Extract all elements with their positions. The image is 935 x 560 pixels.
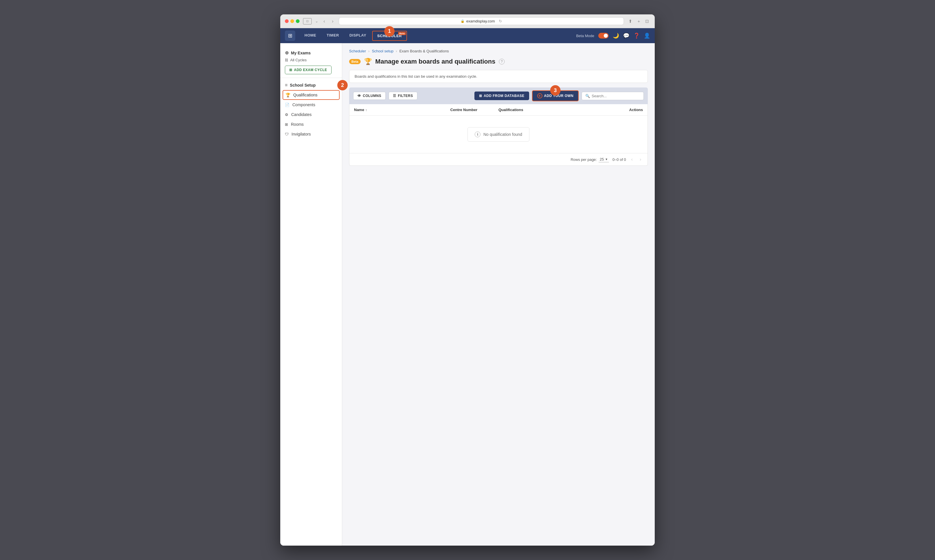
page-header: Beta 🏆 Manage exam boards and qualificat… [349, 58, 648, 65]
rooms-icon: ⊞ [285, 122, 288, 127]
filters-icon: ☰ [393, 94, 397, 98]
table-header: Name ↑ Centre Number Qualifications Acti… [349, 104, 648, 116]
sort-icon[interactable]: ↑ [365, 108, 367, 112]
add-your-own-wrapper: + ADD YOUR OWN 3 [532, 90, 579, 101]
sidebar-item-candidates[interactable]: ⚙ Candidates [280, 110, 342, 119]
data-table: Name ↑ Centre Number Qualifications Acti… [349, 104, 648, 166]
url-text: examdisplay.com [466, 19, 495, 23]
page-title: Manage exam boards and qualifications [375, 58, 495, 65]
traffic-lights [285, 19, 299, 23]
rows-dropdown-icon: ▼ [605, 158, 608, 161]
table-footer: Rows per page: 25 ▼ 0–0 of 0 ‹ › [349, 153, 648, 165]
sidebar-item-components[interactable]: 📄 Components [280, 100, 342, 110]
columns-button[interactable]: 👁 COLUMNS [353, 92, 386, 100]
share-icon[interactable]: ⬆ [627, 18, 633, 25]
breadcrumb-scheduler[interactable]: Scheduler [349, 49, 366, 53]
info-box: Boards and qualifications in this list c… [349, 70, 648, 83]
back-button[interactable]: ‹ [322, 18, 327, 25]
col-centre-number: Centre Number [450, 108, 498, 112]
sidebar-my-exams[interactable]: ⊕ My Exams [280, 48, 342, 58]
components-icon: 📄 [285, 103, 290, 107]
breadcrumb: Scheduler › School setup › Exam Boards &… [349, 49, 648, 53]
col-actions: Actions [595, 108, 643, 112]
prev-page-button[interactable]: ‹ [630, 156, 634, 163]
columns-eye-icon: 👁 [358, 94, 361, 98]
sidebar: ⊕ My Exams ⛓ All Cycles ⊞ ADD EXAM CYCLE… [280, 43, 342, 546]
search-input[interactable] [592, 94, 640, 98]
chain-icon: ⛓ [285, 58, 289, 62]
reload-icon[interactable]: ↻ [499, 19, 502, 23]
my-exams-label: My Exams [291, 51, 310, 55]
invigilators-icon: 🛡 [285, 132, 289, 136]
empty-state-inner: ℹ No qualification found [468, 127, 529, 142]
beta-mode-toggle[interactable] [598, 33, 609, 38]
add-from-database-button[interactable]: ⊞ ADD FROM DATABASE [474, 92, 529, 100]
trophy-icon: 🏆 [364, 58, 372, 65]
col-name: Name ↑ [354, 108, 450, 112]
search-box: 🔍 [582, 92, 644, 100]
browser-actions: ⬆ + ⊡ [627, 18, 650, 25]
my-exams-icon: ⊕ [285, 50, 289, 55]
filters-button[interactable]: ☰ FILTERS [389, 92, 417, 100]
minimize-button[interactable] [290, 19, 294, 23]
database-icon: ⊞ [479, 94, 482, 98]
plus-icon: ⊞ [289, 68, 292, 72]
add-your-own-button[interactable]: + ADD YOUR OWN [532, 90, 579, 101]
qualifications-icon: 🏆 [285, 93, 290, 97]
plus-circle-icon: + [537, 93, 542, 98]
rows-per-page-label: Rows per page: [571, 157, 597, 162]
rows-per-page: Rows per page: 25 ▼ [571, 157, 609, 162]
empty-state: ℹ No qualification found [349, 116, 648, 153]
sidebar-icon[interactable]: ⊡ [644, 18, 650, 25]
sidebar-divider [280, 78, 342, 78]
maximize-button[interactable] [296, 19, 299, 23]
add-exam-cycle-button[interactable]: ⊞ ADD EXAM CYCLE [285, 66, 332, 74]
nav-items: HOME TIMER DISPLAY SCHEDULER Beta 1 [300, 31, 576, 41]
sidebar-item-invigilators[interactable]: 🛡 Invigilators [280, 129, 342, 139]
empty-info-icon: ℹ [475, 132, 480, 137]
rows-per-page-value: 25 [600, 157, 604, 162]
content-area: Scheduler › School setup › Exam Boards &… [342, 43, 655, 546]
beta-pill: Beta [349, 59, 361, 64]
app-nav: ⊞ HOME TIMER DISPLAY SCHEDULER Beta 1 Be… [280, 28, 655, 43]
sidebar-school-setup[interactable]: ≡ School Setup 2 [280, 80, 342, 90]
sidebar-item-rooms[interactable]: ⊞ Rooms [280, 119, 342, 129]
chat-icon[interactable]: 💬 [623, 32, 630, 39]
scheduler-beta-badge: Beta [398, 32, 406, 35]
breadcrumb-sep-1: › [369, 49, 370, 53]
new-tab-icon[interactable]: + [636, 18, 641, 25]
next-page-button[interactable]: › [638, 156, 643, 163]
breadcrumb-current: Exam Boards & Qualifications [399, 49, 449, 53]
info-text: Boards and qualifications in this list c… [355, 74, 477, 78]
school-setup-icon: ≡ [285, 83, 287, 88]
close-button[interactable] [285, 19, 289, 23]
nav-item-scheduler[interactable]: SCHEDULER Beta 1 [372, 31, 407, 41]
logo-icon: ⊞ [288, 32, 292, 39]
nav-item-home[interactable]: HOME [300, 31, 321, 41]
candidates-icon: ⚙ [285, 112, 289, 117]
col-qualifications: Qualifications [498, 108, 595, 112]
nav-item-display[interactable]: DISPLAY [345, 31, 371, 41]
moon-icon[interactable]: 🌙 [613, 32, 619, 39]
main-layout: ⊕ My Exams ⛓ All Cycles ⊞ ADD EXAM CYCLE… [280, 43, 655, 546]
address-bar[interactable]: 🔒 examdisplay.com ↻ [339, 17, 624, 25]
all-cycles-link[interactable]: ⛓ All Cycles [280, 58, 342, 65]
breadcrumb-school-setup[interactable]: School setup [372, 49, 393, 53]
sidebar-item-qualifications[interactable]: 🏆 Qualifications [282, 90, 339, 100]
beta-mode-label: Beta Mode [576, 34, 594, 38]
search-icon: 🔍 [585, 94, 590, 98]
help-icon[interactable]: ❓ [633, 32, 640, 39]
rows-per-page-select[interactable]: 25 ▼ [599, 157, 609, 162]
empty-message: No qualification found [483, 132, 522, 137]
nav-item-timer[interactable]: TIMER [322, 31, 344, 41]
breadcrumb-sep-2: › [396, 49, 397, 53]
user-icon[interactable]: 👤 [644, 32, 650, 39]
pagination-info: 0–0 of 0 [613, 157, 626, 162]
window-icon: ⊡ [303, 18, 312, 25]
table-toolbar: 👁 COLUMNS ☰ FILTERS ⊞ ADD FROM DATABASE … [349, 88, 648, 104]
help-circle-icon[interactable]: ? [499, 59, 505, 65]
forward-button[interactable]: › [330, 18, 335, 25]
app-logo: ⊞ [285, 31, 295, 41]
nav-right: Beta Mode 🌙 💬 ❓ 👤 [576, 32, 650, 39]
lock-icon: 🔒 [461, 19, 464, 23]
